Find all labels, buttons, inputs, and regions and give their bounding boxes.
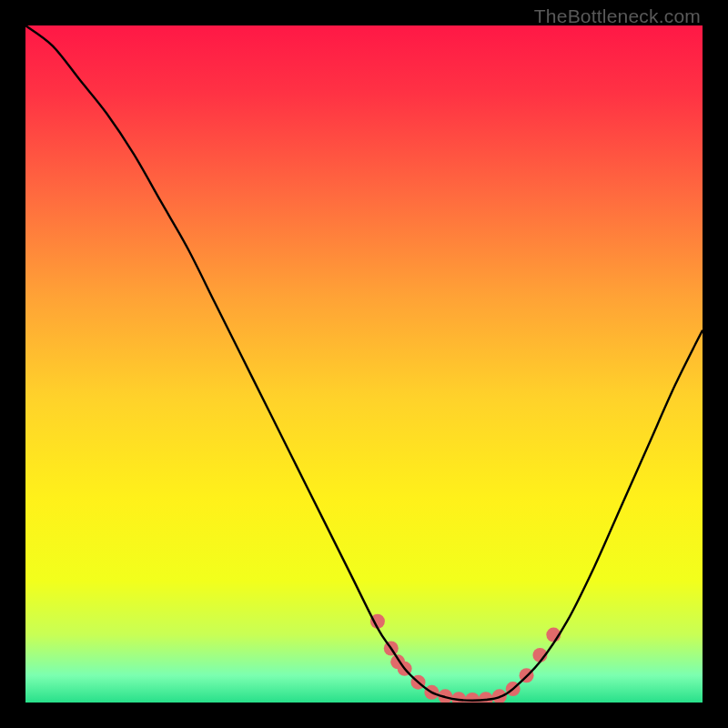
watermark-text: TheBottleneck.com (534, 5, 701, 27)
chart-frame (25, 25, 703, 703)
chart-svg (25, 25, 703, 703)
